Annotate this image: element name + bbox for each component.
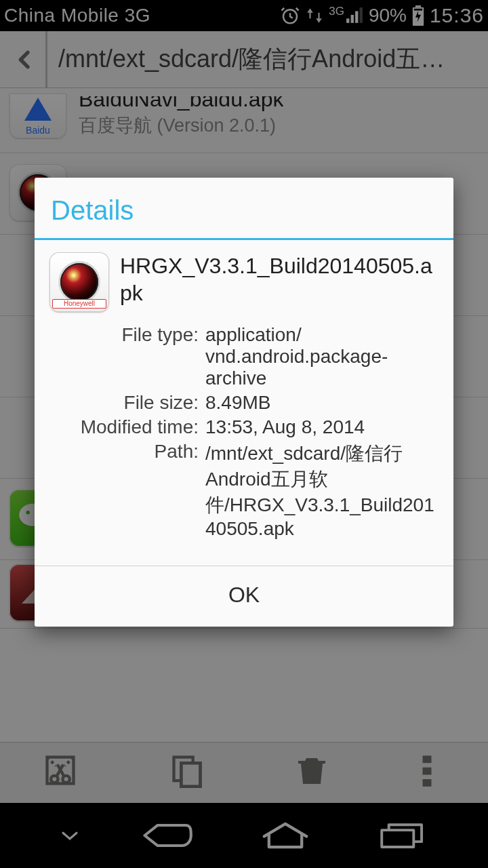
dialog-details-table: File type: application/ vnd.android.pack… [49,324,440,540]
ok-button[interactable]: OK [35,566,453,627]
filetype-value: application/ vnd.android.package-archive [205,324,440,389]
mtime-value: 13:53, Aug 8, 2014 [205,416,440,438]
path-label: Path: [49,441,199,540]
details-dialog: Details Honeywell HRGX_V3.3.1_Build20140… [35,178,453,627]
filetype-label: File type: [49,324,199,389]
path-value: /mnt/ext_sdcard/隆信行Android五月软件/HRGX_V3.3… [205,441,440,540]
app-icon: Honeywell [49,252,109,312]
dialog-filename: HRGX_V3.3.1_Build20140505.apk [120,252,440,307]
mtime-label: Modified time: [49,416,199,438]
filesize-label: File size: [49,392,199,414]
dialog-title: Details [35,178,453,238]
filesize-value: 8.49MB [205,392,440,414]
